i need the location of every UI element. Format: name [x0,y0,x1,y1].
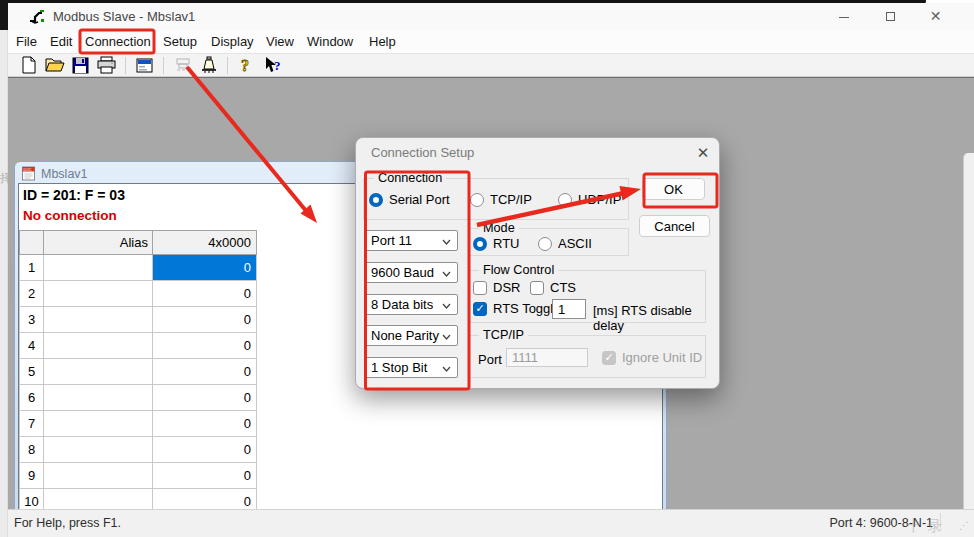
alias-cell[interactable] [44,359,153,385]
baud-rate-combo[interactable]: 9600 Baud [364,262,458,283]
context-help-icon[interactable]: ? [261,55,284,76]
radio-icon [473,237,487,251]
screen: 择 Modbus Slave - Mbslav1 ✕ File Edit Con… [0,0,974,537]
table-row: 50 [20,359,257,385]
status-bar: For Help, press F1. Port 4: 9600-8-N-1 ⋰ [8,509,974,537]
menu-display[interactable]: Display [211,30,254,53]
svg-text:?: ? [274,58,281,73]
combo-value: None Parity [371,328,439,343]
table-header-row: Alias 4x0000 [20,231,257,255]
minimize-button[interactable] [821,3,866,30]
alias-cell[interactable] [44,333,153,359]
table-row: 70 [20,411,257,437]
value-cell[interactable]: 0 [153,411,257,437]
toolbar-separator [163,57,164,74]
chevron-down-icon [442,271,451,277]
checkbox-cts[interactable]: CTS [530,280,576,295]
menu-connection[interactable]: Connection [85,30,151,53]
checkbox-icon [530,281,544,295]
value-cell[interactable]: 0 [153,333,257,359]
serial-port-combo[interactable]: Port 11 [364,230,458,251]
connection-group-label: Connection [374,171,446,185]
new-file-icon[interactable] [17,55,40,76]
menu-file[interactable]: File [16,30,37,53]
header-row-number [20,231,44,255]
alias-cell[interactable] [44,281,153,307]
radio-udp-ip[interactable]: UDP/IP [558,192,621,207]
checkbox-dsr[interactable]: DSR [473,280,520,295]
radio-tcp-ip[interactable]: TCP/IP [470,192,532,207]
title-bar: Modbus Slave - Mbslav1 ✕ [8,3,974,30]
connection-setup-dialog: Connection Setup ✕ Connection Serial Por… [355,137,720,389]
menu-view[interactable]: View [266,30,294,53]
row-number-cell[interactable]: 5 [20,359,44,385]
row-number-cell[interactable]: 8 [20,437,44,463]
save-icon[interactable] [69,55,92,76]
row-number-cell[interactable]: 6 [20,385,44,411]
menu-bar: File Edit Connection Setup Display View … [8,30,974,53]
menu-edit[interactable]: Edit [50,30,72,53]
alias-cell[interactable] [44,255,153,281]
help-icon[interactable]: ? [235,55,258,76]
row-number-cell[interactable]: 4 [20,333,44,359]
ok-button[interactable]: OK [642,178,705,200]
watermark: 十录 [906,517,974,537]
svg-text:?: ? [241,57,249,74]
connection-device-icon[interactable] [197,55,220,76]
alias-cell[interactable] [44,411,153,437]
background-window-corner [0,0,8,30]
radio-serial-port[interactable]: Serial Port [369,192,450,207]
value-cell[interactable]: 0 [153,307,257,333]
slave-id-line: ID = 201: F = 03 [23,187,125,203]
value-cell[interactable]: 0 [153,463,257,489]
parity-combo[interactable]: None Parity [364,325,458,346]
maximize-button[interactable] [868,3,913,30]
table-row: 20 [20,281,257,307]
value-cell[interactable]: 0 [153,359,257,385]
menu-window[interactable]: Window [307,30,353,53]
row-number-cell[interactable]: 3 [20,307,44,333]
row-number-cell[interactable]: 2 [20,281,44,307]
stop-bits-combo[interactable]: 1 Stop Bit [364,357,458,378]
row-number-cell[interactable]: 9 [20,463,44,489]
flow-control-group-label: Flow Control [479,263,558,277]
radio-ascii[interactable]: ASCII [538,236,592,251]
radio-icon [470,193,484,207]
chevron-down-icon [442,239,451,245]
value-cell-selected[interactable]: 0 [153,255,257,281]
data-bits-combo[interactable]: 8 Data bits [364,294,458,315]
value-cell[interactable]: 0 [153,385,257,411]
chevron-down-icon [442,303,451,309]
alias-cell[interactable] [44,307,153,333]
menu-help[interactable]: Help [369,30,396,53]
row-number-cell[interactable]: 7 [20,411,44,437]
value-cell[interactable]: 0 [153,437,257,463]
menu-setup[interactable]: Setup [163,30,197,53]
value-cell[interactable]: 0 [153,281,257,307]
checkbox-rts-toggle[interactable]: ✓ RTS Toggle [473,301,560,316]
checkbox-icon [473,281,487,295]
dialog-title: Connection Setup [371,145,474,160]
dialog-close-button[interactable]: ✕ [692,143,714,163]
combo-value: 8 Data bits [371,297,433,312]
table-row: 30 [20,307,257,333]
rts-delay-input[interactable] [552,299,586,319]
close-button[interactable]: ✕ [913,3,958,30]
print-icon[interactable] [95,55,118,76]
open-file-icon[interactable] [43,55,66,76]
status-help-text: For Help, press F1. [14,513,121,533]
workspace-right-panel-edge [963,153,974,537]
row-number-cell[interactable]: 1 [20,255,44,281]
toolbar-separator [125,57,126,74]
cancel-button[interactable]: Cancel [639,215,710,237]
checkbox-icon: ✓ [473,302,487,316]
rts-delay-label: [ms] RTS disable delay [593,303,719,333]
radio-rtu[interactable]: RTU [473,236,519,251]
display-setup-icon[interactable] [133,55,156,76]
chevron-down-icon [442,366,451,372]
background-window-left-edge [0,4,8,537]
tcpip-port-input [506,348,588,367]
alias-cell[interactable] [44,385,153,411]
alias-cell[interactable] [44,463,153,489]
alias-cell[interactable] [44,437,153,463]
